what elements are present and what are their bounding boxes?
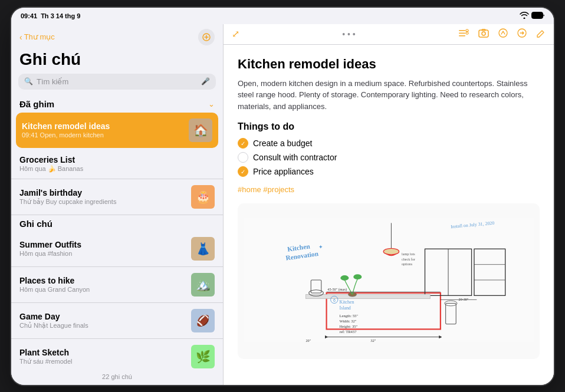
svg-text:Length: 55": Length: 55" (340, 314, 359, 318)
note-title-outfits: Summer Outfits (19, 240, 185, 249)
camera-icon[interactable] (478, 28, 489, 40)
more-dots-icon: • • • (342, 29, 355, 39)
svg-text:32": 32" (370, 338, 376, 342)
svg-text:✦: ✦ (318, 244, 323, 250)
svg-point-6 (466, 29, 468, 31)
status-bar: 09:41 Th 3 14 thg 9 (11, 8, 554, 24)
note-subtitle-kitchen: 09:41 Open, modern kitchen (22, 131, 183, 139)
right-panel: ⤢ • • • (224, 24, 554, 385)
left-header: ‹ Thư mục (11, 24, 223, 48)
todo-check-contractor[interactable] (238, 152, 248, 163)
notes-count: 22 ghi chú (11, 368, 223, 385)
svg-text:Width: 32": Width: 32" (340, 319, 357, 323)
svg-point-7 (466, 32, 468, 34)
thumb-plant-img: 🌿 (191, 345, 215, 368)
note-text-game: Game Day Chủ Nhật League finals (19, 312, 185, 330)
pinned-note-birthday[interactable]: Jamil's birthday Thứ bảy Buy cupcake ing… (11, 179, 223, 215)
svg-text:check for: check for (402, 258, 415, 261)
hashtags: #home #projects (238, 185, 540, 194)
pinned-note-kitchen[interactable]: Kitchen remodel ideas 09:41 Open, modern… (16, 113, 218, 148)
status-left: 09:41 Th 3 14 thg 9 (21, 12, 80, 19)
note-game-day[interactable]: Game Day Chủ Nhật League finals 🏈 (11, 303, 223, 339)
notes-section-title: Ghi chú (19, 219, 52, 229)
back-chevron-icon: ‹ (19, 32, 22, 42)
note-content: Kitchen remodel ideas Open, modern kitch… (224, 45, 554, 385)
note-subtitle-hike: Hôm qua Grand Canyon (19, 286, 185, 293)
note-summer-outfits[interactable]: Summer Outfits Hôm qua #fashion 👗 (11, 231, 223, 267)
svg-text:ref: TR457: ref: TR457 (340, 330, 357, 334)
note-text-hike: Places to hike Hôm qua Grand Canyon (19, 276, 185, 293)
toolbar-right (458, 28, 546, 41)
notes-section-header: Ghi chú (11, 215, 223, 231)
note-subtitle-plant: Thứ sáu #remodel (19, 358, 185, 365)
pinned-note-groceries[interactable]: Groceries List Hôm qua 🍌 Bananas (11, 149, 223, 179)
pinned-section-title: Đã ghim (19, 99, 54, 109)
note-text-groceries: Groceries List Hôm qua 🍌 Bananas (19, 155, 215, 173)
todo-check-appliances[interactable]: ✓ (238, 166, 248, 177)
todo-section-title: Things to do (238, 121, 540, 132)
svg-text:lamp lots: lamp lots (402, 252, 415, 256)
note-text-outfits: Summer Outfits Hôm qua #fashion (19, 240, 185, 257)
pinned-chevron-icon[interactable]: ⌄ (208, 100, 215, 108)
search-icon: 🔍 (24, 77, 33, 85)
note-title-game: Game Day (19, 312, 185, 321)
right-toolbar: ⤢ • • • (224, 24, 554, 45)
thumb-birthday-img: 🎂 (191, 185, 215, 209)
notes-title: Ghi chú (11, 48, 223, 74)
share-icon[interactable] (517, 28, 527, 40)
main-content: ‹ Thư mục Ghi chú 🔍 Tìm kiếm 🎤 Đã ghim (11, 24, 554, 385)
todo-label-budget: Create a budget (253, 139, 312, 148)
checklist-icon[interactable] (458, 28, 469, 41)
svg-text:Height: 35": Height: 35" (340, 324, 358, 328)
thumb-hike-img: 🏔️ (191, 273, 215, 297)
toolbar-left: ⤢ (232, 28, 239, 39)
svg-point-37 (353, 274, 362, 279)
svg-point-9 (482, 32, 485, 35)
wifi-icon (520, 12, 529, 20)
note-thumb-birthday: 🎂 (191, 185, 215, 209)
pen-icon[interactable] (498, 28, 508, 40)
todo-item-appliances: ✓ Price appliances (238, 166, 540, 177)
time: 09:41 (21, 12, 37, 19)
todo-item-budget: ✓ Create a budget (238, 138, 540, 149)
note-thumb-hike: 🏔️ (191, 273, 215, 297)
edit-icon[interactable] (536, 28, 546, 40)
search-bar[interactable]: 🔍 Tìm kiếm 🎤 (18, 74, 216, 90)
svg-rect-8 (479, 30, 488, 37)
svg-text:Kitchen: Kitchen (340, 299, 354, 305)
svg-point-39 (383, 248, 399, 255)
svg-text:6: 6 (333, 298, 336, 302)
note-body-text: Open, modern kitchen design in a medium … (238, 78, 540, 113)
svg-text:options: options (402, 262, 413, 266)
note-title-birthday: Jamil's birthday (19, 188, 185, 197)
todo-item-contractor: Consult with contractor (238, 152, 540, 163)
search-placeholder: Tìm kiếm (37, 77, 198, 86)
note-places-hike[interactable]: Places to hike Hôm qua Grand Canyon 🏔️ (11, 267, 223, 303)
note-plant-sketch[interactable]: Plant Sketch Thứ sáu #remodel 🌿 (11, 339, 223, 368)
day: Th 3 14 thg 9 (41, 12, 80, 19)
note-title-kitchen: Kitchen remodel ideas (22, 121, 183, 131)
resize-icon[interactable]: ⤢ (232, 28, 239, 39)
svg-rect-5 (459, 35, 465, 37)
todo-label-contractor: Consult with contractor (253, 153, 337, 162)
microphone-icon: 🎤 (201, 77, 210, 85)
svg-text:20": 20" (306, 339, 311, 342)
kitchen-sketch: Install on July 31, 2020 Kitchen Renovat… (244, 209, 534, 351)
note-subtitle-game: Chủ Nhật League finals (19, 322, 185, 330)
note-title-plant: Plant Sketch (19, 348, 185, 357)
note-subtitle-groceries: Hôm qua 🍌 Bananas (19, 165, 215, 173)
note-text-kitchen: Kitchen remodel ideas 09:41 Open, modern… (22, 121, 183, 139)
svg-rect-3 (459, 30, 465, 31)
pinned-section-header: Đã ghim ⌄ (11, 95, 223, 111)
note-thumb-plant: 🌿 (191, 345, 215, 368)
thumb-outfit-img: 👗 (191, 237, 215, 261)
note-main-title: Kitchen remodel ideas (238, 57, 540, 72)
svg-point-36 (340, 275, 349, 281)
back-button[interactable]: ‹ Thư mục (19, 32, 55, 42)
thumb-kitchen-img: 🏠 (189, 118, 212, 142)
todo-list: ✓ Create a budget Consult with contracto… (238, 138, 540, 177)
battery-icon (531, 12, 544, 20)
ipad-frame: 09:41 Th 3 14 thg 9 (11, 8, 554, 385)
compose-button[interactable] (198, 29, 215, 45)
todo-check-budget[interactable]: ✓ (238, 138, 248, 149)
